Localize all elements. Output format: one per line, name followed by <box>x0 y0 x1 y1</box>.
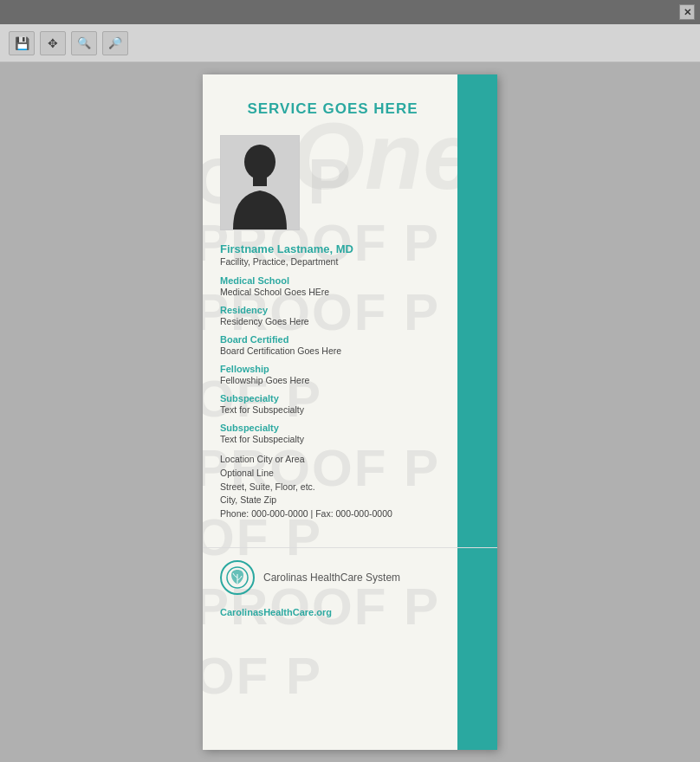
section-board-certified: Board Certified Board Certification Goes… <box>220 334 445 356</box>
doc-footer: Carolinas HealthCare System <box>203 547 497 607</box>
logo-circle <box>220 560 255 595</box>
doctor-name: Firstname Lastname, MD <box>220 242 445 255</box>
carolinas-logo-icon <box>225 565 250 590</box>
service-header: SERVICE GOES HERE <box>220 92 445 118</box>
website: CarolinasHealthCare.org <box>203 607 497 628</box>
address-line3: Street, Suite, Floor, etc. <box>220 481 445 494</box>
section-residency: Residency Residency Goes Here <box>220 305 445 326</box>
subspecialty-1-value: Text for Subspecialty <box>220 404 445 415</box>
document-card: OF P PROOF P PROOF P OF P PROOF P OF P P… <box>203 74 497 750</box>
section-fellowship: Fellowship Fellowship Goes Here <box>220 364 445 385</box>
address-line4: City, State Zip <box>220 494 445 507</box>
subspecialty-1-label: Subspecialty <box>220 393 445 404</box>
section-subspecialty-1: Subspecialty Text for Subspecialty <box>220 393 445 415</box>
zoom-out-icon: 🔍 <box>77 36 91 49</box>
section-subspecialty-2: Subspecialty Text for Subspecialty <box>220 423 445 444</box>
svg-point-0 <box>244 145 275 179</box>
residency-value: Residency Goes Here <box>220 316 445 326</box>
board-certified-label: Board Certified <box>220 334 445 345</box>
save-icon: 💾 <box>15 36 29 50</box>
zoom-in-icon: 🔎 <box>108 36 122 49</box>
section-medical-school: Medical School Medical School Goes HEre <box>220 275 445 297</box>
fit-icon: ✥ <box>48 36 58 50</box>
fit-button[interactable]: ✥ <box>40 31 66 55</box>
zoom-out-button[interactable]: 🔍 <box>71 31 97 55</box>
subspecialty-2-label: Subspecialty <box>220 423 445 433</box>
zoom-in-button[interactable]: 🔎 <box>102 31 128 55</box>
doctor-subtitle: Facility, Practice, Department <box>220 256 445 267</box>
address-phone: Phone: 000-000-0000 | Fax: 000-000-0000 <box>220 507 445 521</box>
residency-label: Residency <box>220 305 445 315</box>
org-name: Carolinas HealthCare System <box>263 572 400 584</box>
title-bar: ✕ <box>0 0 700 24</box>
address-line1: Location City or Area <box>220 453 445 467</box>
subspecialty-2-value: Text for Subspecialty <box>220 434 445 444</box>
photo-container <box>220 135 300 230</box>
watermark-of3: OF P <box>203 646 322 706</box>
fellowship-value: Fellowship Goes Here <box>220 375 445 385</box>
board-certified-value: Board Certification Goes Here <box>220 345 445 356</box>
service-title: SERVICE GOES HERE <box>220 100 445 118</box>
doc-content: SERVICE GOES HERE Firstname Lastname, MD… <box>203 74 497 539</box>
fellowship-label: Fellowship <box>220 364 445 374</box>
main-area: OF P PROOF P PROOF P OF P PROOF P OF P P… <box>0 62 700 762</box>
save-button[interactable]: 💾 <box>9 31 35 55</box>
medical-school-value: Medical School Goes HEre <box>220 287 445 297</box>
medical-school-label: Medical School <box>220 275 445 286</box>
doctor-silhouette <box>229 143 291 229</box>
address-line2: Optional Line <box>220 467 445 481</box>
svg-rect-1 <box>253 176 267 186</box>
toolbar: 💾 ✥ 🔍 🔎 <box>0 24 700 62</box>
address-block: Location City or Area Optional Line Stre… <box>220 453 445 521</box>
close-button[interactable]: ✕ <box>679 4 695 20</box>
